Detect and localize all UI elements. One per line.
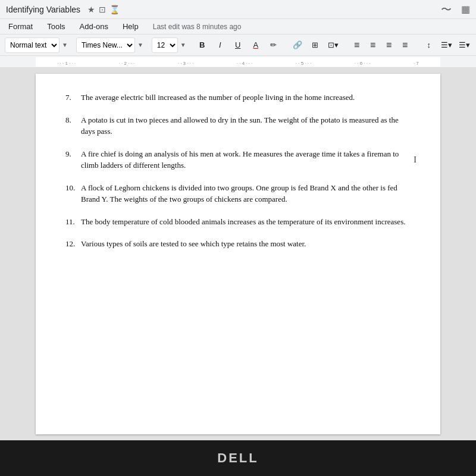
line-spacing-button[interactable]: ↕	[421, 37, 437, 53]
q7-number: 7.	[65, 92, 79, 104]
q11-text: The body temperature of cold blooded ani…	[81, 216, 411, 228]
doc-wrapper: 7. The average electric bill increased a…	[0, 68, 476, 440]
size-dropdown-arrow: ▼	[180, 42, 186, 48]
ruler-mark-5: · · 5 · · ·	[296, 61, 312, 66]
text-style-select[interactable]: Normal text	[5, 37, 60, 53]
style-dropdown-arrow: ▼	[62, 42, 68, 48]
text-color-button[interactable]: ✏	[266, 37, 281, 53]
q12-number: 12.	[65, 238, 79, 250]
question-9: 9. A fire chief is doing an analysis of …	[65, 148, 411, 171]
underline-button[interactable]: U	[230, 37, 246, 53]
q10-text: A flock of Leghorn chickens is divided i…	[81, 182, 411, 205]
image-button[interactable]: ⊡▾	[325, 37, 341, 53]
q7-text: The average electric bill increased as t…	[81, 92, 411, 104]
menu-tools[interactable]: Tools	[45, 21, 67, 32]
q8-text: A potato is cut in two pieces and allowe…	[81, 114, 411, 137]
link-button[interactable]: 🔗	[290, 37, 305, 53]
last-edit-label: Last edit was 8 minutes ago	[153, 23, 242, 31]
align-justify-button[interactable]: ≡	[397, 37, 413, 53]
q10-number: 10.	[65, 182, 79, 205]
align-group: ≡ ≡ ≡ ≡	[349, 37, 413, 53]
save-icon[interactable]: ⊡	[99, 5, 106, 14]
doc-page[interactable]: 7. The average electric bill increased a…	[36, 74, 440, 434]
dell-logo: DELL	[217, 450, 258, 466]
ruler-marks: · · · 1 · · · · · 2 · · · · · 3 · · · · …	[36, 61, 440, 67]
ruler-mark-1: · · · 1 · · ·	[57, 61, 76, 66]
q11-number: 11.	[65, 216, 79, 228]
font-select[interactable]: Times New...	[76, 37, 135, 53]
question-11: 11. The body temperature of cold blooded…	[65, 216, 411, 228]
menu-format[interactable]: Format	[6, 21, 35, 32]
italic-button[interactable]: I	[212, 37, 228, 53]
question-7: 7. The average electric bill increased a…	[65, 92, 411, 104]
question-10: 10. A flock of Leghorn chickens is divid…	[65, 182, 411, 205]
q9-text: A fire chief is doing an analysis of his…	[81, 148, 411, 171]
menu-help[interactable]: Help	[120, 21, 141, 32]
bold-button[interactable]: B	[195, 37, 210, 53]
table-button[interactable]: ⊞	[308, 37, 323, 53]
ruler-inner: · · · 1 · · · · · 2 · · · · · 3 · · · · …	[36, 57, 440, 67]
align-left-button[interactable]: ≡	[349, 37, 365, 53]
ruler-mark-6: · · 6 · · ·	[355, 61, 371, 66]
font-dropdown-arrow: ▼	[137, 42, 143, 48]
align-center-button[interactable]: ≡	[365, 37, 381, 53]
ruler-mark-2: · · 2 · · ·	[119, 61, 135, 66]
q12-text: Various types of soils are tested to see…	[81, 238, 411, 250]
grid-icon[interactable]: ▦	[461, 4, 470, 15]
ruler-mark-7: · 7	[414, 61, 419, 66]
question-8: 8. A potato is cut in two pieces and all…	[65, 114, 411, 137]
title-icons: ★ ⊡ ⌛	[87, 5, 120, 14]
ruler: · · · 1 · · · · · 2 · · · · · 3 · · · · …	[0, 56, 476, 68]
toolbar: Normal text ▼ Times New... ▼ 12 ▼ B I U …	[0, 35, 476, 56]
ruler-mark-3: · · 3 · · ·	[178, 61, 194, 66]
q9-number: 9.	[65, 148, 79, 171]
bullet-list-button[interactable]: ☰▾	[457, 37, 472, 53]
text-cursor: I	[414, 154, 416, 166]
cloud-icon[interactable]: ⌛	[109, 5, 120, 14]
list-button[interactable]: ☰▾	[439, 37, 455, 53]
ruler-mark-4: · · 4 · · ·	[237, 61, 253, 66]
align-right-button[interactable]: ≡	[381, 37, 397, 53]
menu-bar: Format Tools Add-ons Help Last edit was …	[0, 19, 476, 35]
bottom-bar: DELL	[0, 440, 476, 476]
doc-title: Identifying Variables	[6, 5, 80, 14]
title-bar: Identifying Variables ★ ⊡ ⌛ 〜 ▦	[0, 0, 476, 19]
font-size-select[interactable]: 12	[152, 37, 178, 53]
menu-addons[interactable]: Add-ons	[77, 21, 111, 32]
question-12: 12. Various types of soils are tested to…	[65, 238, 411, 250]
trend-icon: 〜	[441, 2, 452, 17]
star-icon[interactable]: ★	[87, 5, 95, 14]
font-color-button[interactable]: A	[248, 37, 264, 53]
q8-number: 8.	[65, 114, 79, 137]
